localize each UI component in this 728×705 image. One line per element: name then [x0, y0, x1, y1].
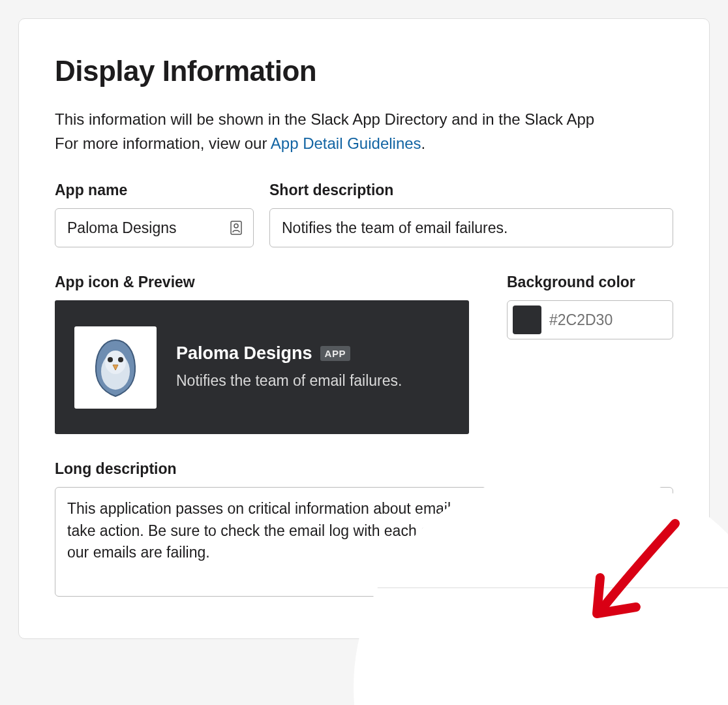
intro-line2-suffix: .	[421, 134, 426, 152]
preview-name-row: Paloma Designs APP	[176, 343, 402, 364]
background-color-label: Background color	[507, 274, 673, 291]
app-preview-box: Paloma Designs APP Notifies the team of …	[55, 300, 469, 434]
short-desc-label: Short description	[269, 181, 673, 199]
app-icon-frame[interactable]	[74, 326, 157, 409]
bird-icon	[86, 335, 145, 400]
app-name-group: App name	[55, 181, 254, 247]
preview-short-desc: Notifies the team of email failures.	[176, 370, 402, 391]
intro-text: This information will be shown in the Sl…	[55, 107, 673, 155]
intro-line2-prefix: For more information, view our	[55, 134, 271, 152]
zoom-divider	[354, 588, 728, 588]
app-name-input-wrap	[55, 208, 254, 247]
app-name-input[interactable]	[55, 208, 254, 247]
background-color-value: #2C2D30	[549, 311, 613, 329]
preview-app-name: Paloma Designs	[176, 343, 312, 364]
contact-card-icon	[229, 219, 243, 236]
intro-line1: This information will be shown in the Sl…	[55, 110, 594, 128]
background-color-input[interactable]: #2C2D30	[507, 300, 673, 339]
svg-point-4	[108, 357, 113, 362]
app-name-label: App name	[55, 181, 254, 199]
app-detail-guidelines-link[interactable]: App Detail Guidelines	[271, 134, 421, 152]
short-desc-input[interactable]	[269, 208, 673, 247]
name-shortdesc-row: App name Short description	[55, 181, 673, 247]
icon-bg-row: App icon & Preview Paloma Designs	[55, 274, 673, 434]
app-icon-preview-label: App icon & Preview	[55, 274, 469, 291]
short-desc-group: Short description	[269, 181, 673, 247]
app-icon-preview-group: App icon & Preview Paloma Designs	[55, 274, 469, 434]
page-title: Display Information	[55, 55, 673, 87]
background-color-group: Background color #2C2D30	[507, 274, 673, 434]
app-badge: APP	[320, 346, 350, 361]
preview-text-block: Paloma Designs APP Notifies the team of …	[176, 343, 402, 391]
background-color-swatch	[513, 306, 541, 334]
svg-point-1	[234, 224, 238, 228]
svg-point-5	[118, 357, 123, 362]
